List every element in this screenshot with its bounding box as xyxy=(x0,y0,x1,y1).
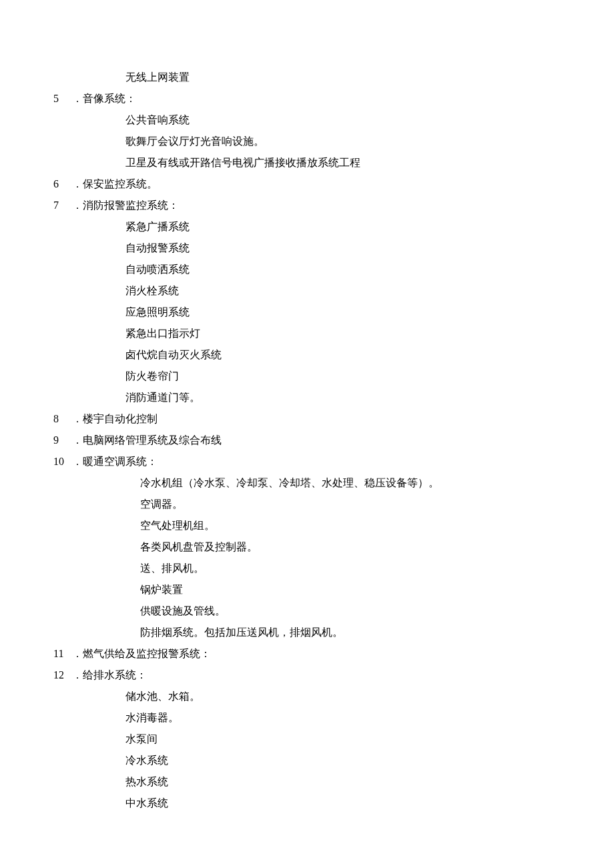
section-header: 9．电脑网络管理系统及综合布线 xyxy=(53,430,561,451)
section-header: 12．给排水系统： xyxy=(53,665,561,686)
sub-item: 送、排风机。 xyxy=(53,558,561,579)
document-content: 无线上网装置 5．音像系统：公共音响系统歌舞厅会议厅灯光音响设施。卫星及有线或开… xyxy=(53,67,561,814)
section-header: 5．音像系统： xyxy=(53,88,561,109)
sub-item: 卫星及有线或开路信号电视广播接收播放系统工程 xyxy=(53,152,561,173)
section-header: 7．消防报警监控系统： xyxy=(53,195,561,216)
sub-item: 紧急广播系统 xyxy=(53,216,561,238)
section-title: ．保安监控系统。 xyxy=(72,173,158,195)
section-number: 10 xyxy=(53,451,69,472)
pre-item: 无线上网装置 xyxy=(53,67,561,88)
section-title: ．燃气供给及监控报警系统： xyxy=(72,643,211,665)
section-header: 11．燃气供给及监控报警系统： xyxy=(53,643,561,665)
sub-item: 防排烟系统。包括加压送风机，排烟风机。 xyxy=(53,622,561,643)
section-number: 5 xyxy=(53,88,69,109)
sub-item: 供暖设施及管线。 xyxy=(53,600,561,622)
section-number: 12 xyxy=(53,665,69,686)
sub-item: 冷水机组（冷水泵、冷却泵、冷却塔、水处理、稳压设备等）。 xyxy=(53,472,561,494)
sub-item: 紧急出口指示灯 xyxy=(53,323,561,344)
section-number: 7 xyxy=(53,195,69,216)
sub-item: 消防通道门等。 xyxy=(53,387,561,408)
section-number: 9 xyxy=(53,430,69,451)
section-header: 10．暖通空调系统： xyxy=(53,451,561,472)
sub-item: 锅炉装置 xyxy=(53,579,561,600)
sub-item: 空气处理机组。 xyxy=(53,515,561,536)
sub-item: 公共音响系统 xyxy=(53,109,561,131)
section-number: 8 xyxy=(53,408,69,430)
section-title: ．楼宇自动化控制 xyxy=(72,408,158,430)
section-title: ．给排水系统： xyxy=(72,665,147,686)
sub-item: 冷水系统 xyxy=(53,750,561,771)
sub-item: 空调器。 xyxy=(53,494,561,515)
section-title: ．暖通空调系统： xyxy=(72,451,158,472)
sub-item: 水消毒器。 xyxy=(53,707,561,729)
sub-item: 热水系统 xyxy=(53,771,561,793)
section-header: 8．楼宇自动化控制 xyxy=(53,408,561,430)
sub-item: 应急照明系统 xyxy=(53,302,561,323)
sub-item: 消火栓系统 xyxy=(53,280,561,302)
sub-item: 水泵间 xyxy=(53,729,561,750)
sub-item: 储水池、水箱。 xyxy=(53,686,561,707)
sub-item: 卤代烷自动灭火系统 xyxy=(53,344,561,366)
section-title: ．音像系统： xyxy=(72,88,136,109)
section-title: ．电脑网络管理系统及综合布线 xyxy=(72,430,222,451)
sub-item: 自动报警系统 xyxy=(53,238,561,259)
section-header: 6．保安监控系统。 xyxy=(53,173,561,195)
sub-item: 自动喷洒系统 xyxy=(53,259,561,280)
sub-item: 中水系统 xyxy=(53,793,561,814)
section-number: 11 xyxy=(53,643,69,665)
section-number: 6 xyxy=(53,173,69,195)
section-title: ．消防报警监控系统： xyxy=(72,195,179,216)
sub-item: 歌舞厅会议厅灯光音响设施。 xyxy=(53,131,561,152)
sub-item: 各类风机盘管及控制器。 xyxy=(53,536,561,558)
sub-item: 防火卷帘门 xyxy=(53,366,561,387)
